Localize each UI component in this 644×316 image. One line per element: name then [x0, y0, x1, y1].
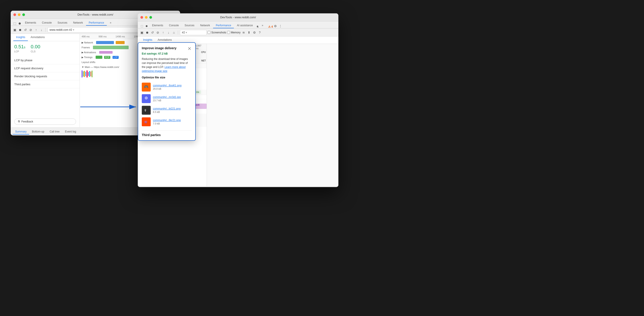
record-icon-2[interactable]: ⏺	[144, 24, 149, 28]
image-name-3[interactable]: communityI...6kr21.png	[153, 119, 181, 122]
record-perf-icon[interactable]: ⏺	[18, 28, 22, 32]
screenshots-checkbox-2[interactable]	[208, 31, 210, 34]
insights-tab-1[interactable]: Insights	[13, 34, 28, 41]
tab-more-2[interactable]: »	[259, 23, 266, 28]
svg-point-5	[146, 97, 147, 98]
more-icon-2[interactable]: ⋮	[278, 24, 283, 28]
tab-ai-2[interactable]: AI assistance	[234, 23, 256, 28]
download-icon[interactable]: ↓	[39, 28, 44, 32]
minimize-button-2[interactable]	[145, 16, 148, 19]
popup-header: Improve image delivery	[142, 46, 192, 51]
clear-icon[interactable]: ⊘	[28, 28, 33, 32]
image-item-1[interactable]: communityI...mr3d1.jpg 23.7 kB	[142, 93, 192, 104]
tab-elements-2[interactable]: Elements	[149, 23, 166, 28]
help-icon[interactable]: ?	[258, 30, 262, 35]
window-title-2: DevTools - www.reddit.com/	[220, 15, 256, 19]
insight-lcp-phase[interactable]: LCP by phase	[11, 56, 80, 64]
insight-lcp-request[interactable]: LCP request discovery	[11, 64, 80, 72]
inspect-icon-2[interactable]: ⬚	[140, 24, 144, 28]
popup-close-button[interactable]	[187, 46, 192, 51]
record-icon[interactable]: ⏺	[18, 21, 22, 26]
close-button-2[interactable]	[140, 16, 143, 19]
tab-console-1[interactable]: Console	[39, 20, 54, 26]
download-icon-2[interactable]: ↓	[166, 30, 171, 35]
image-name-1[interactable]: communityI...mr3d1.jpg	[153, 95, 181, 99]
image-preview-2: 🎙	[143, 107, 149, 113]
tab-console-2[interactable]: Console	[166, 23, 182, 28]
record-perf-icon-2[interactable]: ⏺	[145, 30, 149, 35]
maximize-button-1[interactable]	[22, 13, 25, 16]
image-preview-1	[143, 95, 149, 102]
tab-performance-2[interactable]: Performance	[213, 23, 234, 28]
url-input-2[interactable]: #2 ▾	[180, 30, 207, 35]
image-thumb-1	[142, 94, 151, 103]
tab-performance-1[interactable]: Performance	[86, 20, 107, 26]
warning-badge: ⚠ 4	[268, 25, 273, 28]
memory-checkbox-2[interactable]	[227, 31, 230, 34]
settings-icon-3[interactable]: ⚙	[252, 30, 256, 35]
home-icon-2[interactable]: ⌂	[172, 30, 176, 35]
screenshots-label-2: Screenshots	[211, 31, 226, 34]
tab-more-1[interactable]: »	[107, 20, 114, 26]
tab-network-1[interactable]: Network	[70, 20, 86, 26]
panel-icon[interactable]: ▣	[12, 28, 17, 32]
upload-icon[interactable]: ↑	[34, 28, 38, 32]
clear-icon-2[interactable]: ⊘	[156, 30, 160, 35]
popup-section-title: Optimize file size	[142, 76, 192, 79]
image-size-0: 29.8 kB	[153, 87, 182, 90]
close-button-1[interactable]	[13, 13, 16, 16]
lcp-metric: 0.51s LCP	[14, 44, 26, 53]
image-thumb-0: 🎮	[142, 83, 151, 91]
btab-bottomup-1[interactable]: Bottom-up	[29, 129, 47, 134]
image-item-3[interactable]: 👾 communityI...6kr21.png 7.0 kB	[142, 116, 192, 128]
insight-render-blocking[interactable]: Render blocking requests	[11, 72, 80, 80]
network-throttle-icon[interactable]: ≋	[242, 30, 246, 35]
feedback-icon-1: ⚗	[18, 120, 20, 123]
ruler-mark-1: 998 ms	[98, 35, 106, 38]
w2-timeline-area	[207, 44, 338, 186]
frames-bar-1	[93, 46, 128, 49]
image-item-0[interactable]: 🎮 communityI...8oq61.png 29.8 kB	[142, 81, 192, 93]
minimize-button-1[interactable]	[18, 13, 20, 16]
task-bar-deeporange	[90, 71, 91, 76]
upload-icon-2[interactable]: ↑	[161, 30, 166, 35]
url-dropdown-1[interactable]: ▾	[73, 28, 74, 31]
tab-network-2[interactable]: Network	[198, 23, 213, 28]
insight-items-1: LCP by phase LCP request discovery Rende…	[11, 55, 80, 116]
maximize-button-2[interactable]	[149, 16, 152, 19]
image-item-2[interactable]: 🎙 communityI...bj221.png 8.5 kB	[142, 104, 192, 116]
tab-sources-2[interactable]: Sources	[182, 23, 197, 28]
cpu-throttle-icon[interactable]: ⬆	[247, 30, 251, 35]
popup-bottom-section: Third parties	[142, 130, 192, 137]
btab-calltree-1[interactable]: Call tree	[47, 129, 62, 134]
ruler-mark-2: 1498 ms	[116, 35, 125, 38]
tab-elements-1[interactable]: Elements	[22, 20, 39, 26]
close-icon	[188, 47, 191, 50]
settings-icon-2[interactable]: ⚙	[273, 24, 278, 28]
image-thumb-2: 🎙	[142, 106, 151, 115]
tab-sources-1[interactable]: Sources	[55, 20, 70, 26]
url-dropdown-2[interactable]: ▾	[186, 31, 187, 34]
insight-third-parties[interactable]: Third parties	[11, 80, 80, 88]
insights-panel-1: Insights Annotations 0.51s LCP 0.00 CLS …	[11, 34, 80, 127]
sep-1	[46, 28, 46, 32]
btab-eventlog-1[interactable]: Event log	[62, 129, 79, 134]
screenshots-check-2[interactable]: Screenshots	[208, 31, 226, 34]
image-name-0[interactable]: communityI...8oq61.png	[153, 84, 182, 87]
cls-value: 0.00	[31, 44, 40, 50]
network-bar-2	[116, 41, 124, 44]
reload-icon-2[interactable]: ↺	[150, 30, 155, 35]
lcp-value: 0.51s	[14, 44, 26, 50]
w2-ruler-3: 3,997 ms	[195, 44, 202, 50]
net-label: NET	[201, 59, 206, 62]
btab-summary-1[interactable]: Summary	[12, 129, 29, 134]
image-name-2[interactable]: communityI...bj221.png	[153, 107, 180, 110]
feedback-button-1[interactable]: ⚗ Feedback	[14, 118, 76, 125]
traffic-lights-2	[140, 16, 152, 19]
memory-check-2[interactable]: Memory	[227, 31, 240, 34]
traffic-lights-1	[13, 13, 25, 16]
panel-icon-2[interactable]: ▣	[140, 30, 144, 35]
reload-icon[interactable]: ↺	[23, 28, 28, 32]
annotations-tab-1[interactable]: Annotations	[28, 34, 47, 41]
inspect-icon[interactable]: ⬚	[12, 21, 17, 26]
